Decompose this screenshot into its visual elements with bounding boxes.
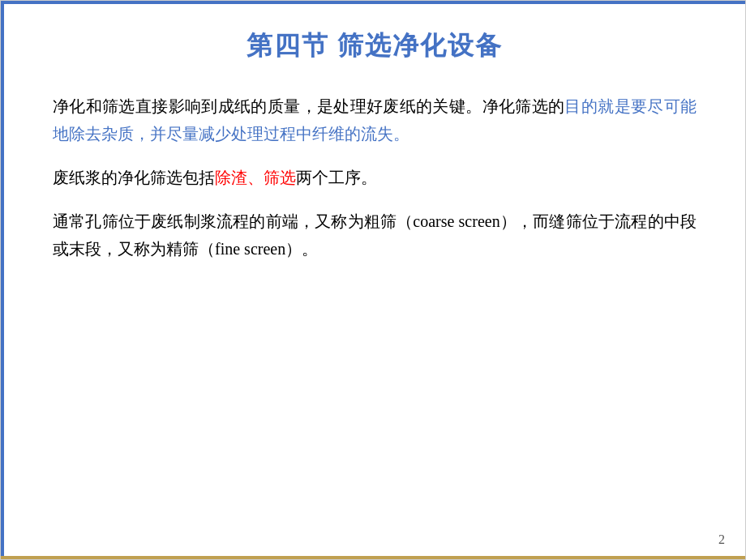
slide-title: 第四节 筛选净化设备	[53, 28, 697, 64]
page-number: 2	[718, 532, 725, 547]
bottom-border	[1, 556, 745, 559]
content-area: 第四节 筛选净化设备 净化和筛选直接影响到成纸的质量，是处理好废纸的关键。净化筛…	[4, 4, 745, 556]
slide: 第四节 筛选净化设备 净化和筛选直接影响到成纸的质量，是处理好废纸的关键。净化筛…	[0, 0, 746, 560]
para3-text: 通常孔筛位于废纸制浆流程的前端，又称为粗筛（coarse screen），而缝筛…	[53, 212, 697, 258]
para1-text1: 净化和筛选直接影响到成纸的质量，是处理好废纸的关键。净化筛选的	[53, 97, 564, 115]
paragraph-3: 通常孔筛位于废纸制浆流程的前端，又称为粗筛（coarse screen），而缝筛…	[53, 207, 697, 263]
paragraph-1: 净化和筛选直接影响到成纸的质量，是处理好废纸的关键。净化筛选的目的就是要尽可能地…	[53, 92, 697, 147]
paragraph-2: 废纸浆的净化筛选包括除渣、筛选两个工序。	[53, 164, 697, 191]
para2-highlight: 除渣、筛选	[215, 169, 296, 186]
para2-text1: 废纸浆的净化筛选包括	[53, 169, 215, 186]
para2-text2: 两个工序。	[296, 169, 377, 186]
